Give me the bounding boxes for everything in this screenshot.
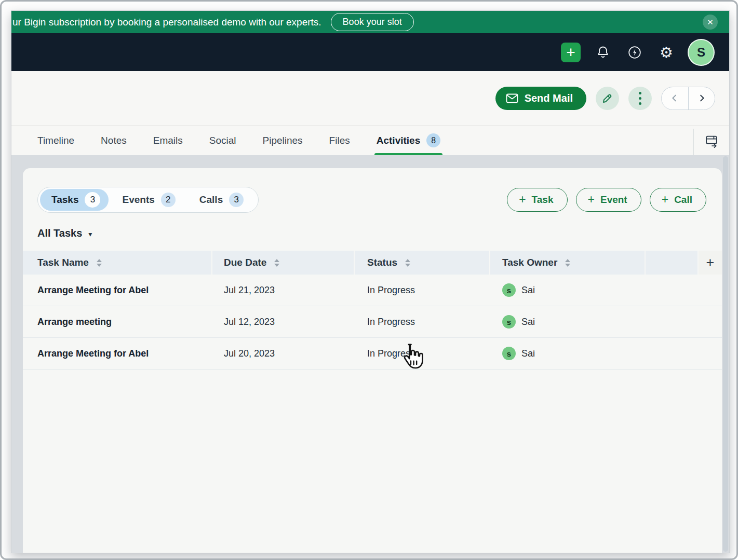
due-date-cell: Jul 20, 2023 xyxy=(212,338,354,369)
owner-avatar: s xyxy=(502,347,516,360)
owner-name: Sai xyxy=(521,348,535,359)
task-owner-cell: s Sai xyxy=(490,306,645,337)
activities-count-badge: 8 xyxy=(426,133,440,147)
due-date-cell: Jul 12, 2023 xyxy=(212,306,354,337)
user-avatar[interactable]: S xyxy=(688,39,715,66)
activity-type-segmented-control: Tasks 3 Events 2 Calls 3 xyxy=(37,187,259,213)
task-name-cell[interactable]: Arrange meeting xyxy=(23,306,211,337)
tabs-right-section xyxy=(693,129,729,155)
table-row[interactable]: Arrange Meeting for Abel Jul 20, 2023 In… xyxy=(23,338,722,370)
send-mail-button[interactable]: Send Mail xyxy=(495,87,586,110)
sort-icon[interactable] xyxy=(97,259,102,267)
status-cell: In Progress xyxy=(355,306,489,337)
plus-icon: + xyxy=(566,44,575,61)
plus-icon: + xyxy=(662,193,668,207)
chevron-right-icon xyxy=(697,93,706,103)
plus-icon: + xyxy=(588,193,595,207)
book-your-slot-button[interactable]: Book your slot xyxy=(331,13,414,31)
status-cell: In Progress xyxy=(355,275,489,306)
caret-down-icon: ▾ xyxy=(88,230,92,238)
column-header-due-date[interactable]: Due Date xyxy=(212,251,354,275)
add-column-button[interactable]: + xyxy=(699,251,722,275)
owner-avatar: s xyxy=(502,315,516,329)
sort-icon[interactable] xyxy=(274,259,279,267)
tab-emails[interactable]: Emails xyxy=(153,126,183,155)
due-date-cell: Jul 21, 2023 xyxy=(212,275,354,306)
task-owner-cell: s Sai xyxy=(490,338,645,369)
add-activity-buttons: + Task + Event + Call xyxy=(507,188,706,212)
status-cell: In Progress xyxy=(355,338,489,369)
table-row[interactable]: Arrange meeting Jul 12, 2023 In Progress… xyxy=(23,306,722,338)
avatar-initial: S xyxy=(697,45,705,60)
previous-record-button[interactable] xyxy=(662,87,689,110)
segment-calls[interactable]: Calls 3 xyxy=(186,189,254,211)
envelope-icon xyxy=(506,93,518,103)
chevron-left-icon xyxy=(670,93,679,103)
top-navbar: + ⚙ S xyxy=(11,33,729,71)
tasks-count-badge: 3 xyxy=(85,192,100,208)
bolt-circle-icon xyxy=(627,45,642,60)
bell-icon xyxy=(596,45,610,60)
owner-name: Sai xyxy=(521,285,535,296)
kebab-menu-icon xyxy=(639,92,641,105)
promo-banner: ur Bigin subscription by booking a perso… xyxy=(11,11,729,33)
column-header-task-owner[interactable]: Task Owner xyxy=(490,251,645,275)
events-count-badge: 2 xyxy=(161,193,176,207)
plus-icon: + xyxy=(706,255,715,271)
app-window: ur Bigin subscription by booking a perso… xyxy=(11,10,730,553)
notifications-button[interactable] xyxy=(594,43,612,62)
quick-add-button[interactable]: + xyxy=(561,43,581,62)
tab-pipelines[interactable]: Pipelines xyxy=(263,126,303,155)
next-record-button[interactable] xyxy=(689,87,715,110)
send-mail-label: Send Mail xyxy=(525,92,573,104)
banner-close-button[interactable]: ✕ xyxy=(703,15,718,30)
tasks-table: Task Name Due Date Status Task Owne xyxy=(23,251,722,370)
task-name-cell[interactable]: Arrange Meeting for Abel xyxy=(23,275,211,306)
record-tabs: Timeline Notes Emails Social Pipelines F… xyxy=(11,125,729,155)
task-view-dropdown[interactable]: All Tasks ▾ xyxy=(37,227,92,239)
segment-tasks[interactable]: Tasks 3 xyxy=(40,189,109,211)
vertical-scrollbar[interactable] xyxy=(723,156,728,552)
more-actions-button[interactable] xyxy=(628,87,652,110)
activities-panel: Tasks 3 Events 2 Calls 3 xyxy=(11,155,729,553)
sort-icon[interactable] xyxy=(405,259,410,267)
record-toolbar: Send Mail xyxy=(11,71,729,125)
open-in-window-button[interactable] xyxy=(705,134,719,150)
promo-banner-text: ur Bigin subscription by booking a perso… xyxy=(12,17,321,28)
segment-events[interactable]: Events 2 xyxy=(109,189,185,211)
record-pager xyxy=(661,87,715,110)
activities-card: Tasks 3 Events 2 Calls 3 xyxy=(23,168,722,553)
column-header-task-name[interactable]: Task Name xyxy=(23,251,211,275)
add-call-button[interactable]: + Call xyxy=(650,188,706,212)
table-row[interactable]: Arrange Meeting for Abel Jul 21, 2023 In… xyxy=(23,275,722,306)
add-event-button[interactable]: + Event xyxy=(576,188,641,212)
tab-notes[interactable]: Notes xyxy=(101,126,127,155)
add-task-button[interactable]: + Task xyxy=(507,188,567,212)
task-owner-cell: s Sai xyxy=(490,275,645,306)
settings-button[interactable]: ⚙ xyxy=(657,43,676,62)
owner-avatar: s xyxy=(502,283,516,297)
sort-icon[interactable] xyxy=(565,259,570,267)
calls-count-badge: 3 xyxy=(229,193,244,207)
screenshot-frame: ur Bigin subscription by booking a perso… xyxy=(0,0,738,560)
tab-timeline[interactable]: Timeline xyxy=(37,126,74,155)
column-header-empty xyxy=(646,251,697,275)
tab-social[interactable]: Social xyxy=(209,126,236,155)
tab-activities[interactable]: Activities 8 xyxy=(377,126,440,155)
popout-window-icon xyxy=(705,134,719,148)
edit-button[interactable] xyxy=(596,87,619,110)
tab-files[interactable]: Files xyxy=(329,126,350,155)
owner-name: Sai xyxy=(521,317,535,327)
table-header-row: Task Name Due Date Status Task Owne xyxy=(23,251,722,275)
column-header-status[interactable]: Status xyxy=(355,251,489,275)
plus-icon: + xyxy=(519,193,526,207)
tab-list: Timeline Notes Emails Social Pipelines F… xyxy=(11,126,440,155)
gear-icon: ⚙ xyxy=(660,44,673,61)
automation-button[interactable] xyxy=(625,43,644,62)
close-icon: ✕ xyxy=(707,18,714,26)
pencil-icon xyxy=(601,92,614,104)
task-name-cell[interactable]: Arrange Meeting for Abel xyxy=(23,338,211,369)
